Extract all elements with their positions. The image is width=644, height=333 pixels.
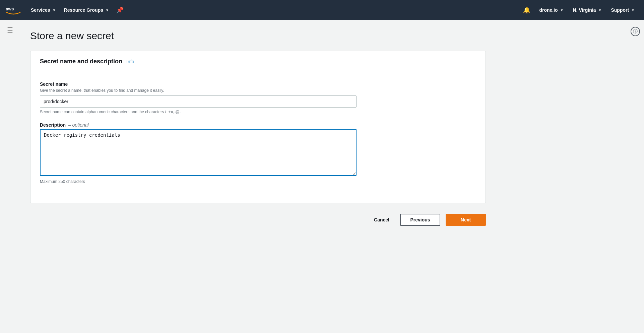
account-chevron-icon: ▼	[560, 8, 564, 12]
description-textarea[interactable]: Docker registry credentials	[40, 129, 357, 176]
services-nav[interactable]: Services ▼	[27, 0, 60, 20]
card-header: Secret name and description Info	[30, 51, 486, 72]
bell-icon[interactable]: 🔔	[520, 0, 534, 20]
support-chevron-icon: ▼	[631, 8, 635, 12]
footer-actions: Cancel Previous Next	[30, 214, 486, 226]
resource-groups-chevron-icon: ▼	[106, 8, 109, 12]
aws-logo[interactable]: aws	[5, 5, 21, 15]
pin-icon[interactable]: 📌	[113, 0, 127, 20]
info-link[interactable]: Info	[126, 59, 134, 64]
services-chevron-icon: ▼	[53, 8, 56, 12]
resource-groups-nav[interactable]: Resource Groups ▼	[60, 0, 113, 20]
description-hint: Maximum 250 characters	[40, 179, 476, 184]
region-chevron-icon: ▼	[598, 8, 602, 12]
description-label: Description – optional	[40, 122, 476, 128]
main-content: Store a new secret Secret name and descr…	[20, 20, 644, 333]
account-nav[interactable]: drone.io ▼	[535, 0, 567, 20]
cancel-button[interactable]: Cancel	[369, 214, 395, 225]
secret-name-field-group: Secret name Give the secret a name, that…	[40, 81, 476, 114]
support-nav[interactable]: Support ▼	[607, 0, 639, 20]
previous-button[interactable]: Previous	[400, 214, 440, 226]
card-body: Secret name Give the secret a name, that…	[30, 72, 486, 203]
card-header-title: Secret name and description	[40, 58, 122, 65]
description-field-group: Description – optional Docker registry c…	[40, 122, 476, 184]
secret-name-hint: Secret name can contain alphanumeric cha…	[40, 110, 476, 114]
next-button[interactable]: Next	[446, 214, 486, 226]
secret-name-description: Give the secret a name, that enables you…	[40, 88, 476, 93]
secret-name-label: Secret name	[40, 81, 476, 87]
svg-text:aws: aws	[6, 6, 14, 11]
nav-right-section: 🔔 drone.io ▼ N. Virginia ▼ Support ▼	[520, 0, 639, 20]
secret-form-card: Secret name and description Info Secret …	[30, 51, 486, 203]
page-title: Store a new secret	[30, 30, 631, 42]
secret-name-input[interactable]	[40, 95, 357, 108]
sidebar-toggle-button[interactable]: ☰	[0, 20, 20, 40]
region-nav[interactable]: N. Virginia ▼	[569, 0, 606, 20]
top-navigation: aws Services ▼ Resource Groups ▼ 📌 🔔 dro…	[0, 0, 644, 20]
description-optional-text: – optional	[68, 122, 89, 128]
